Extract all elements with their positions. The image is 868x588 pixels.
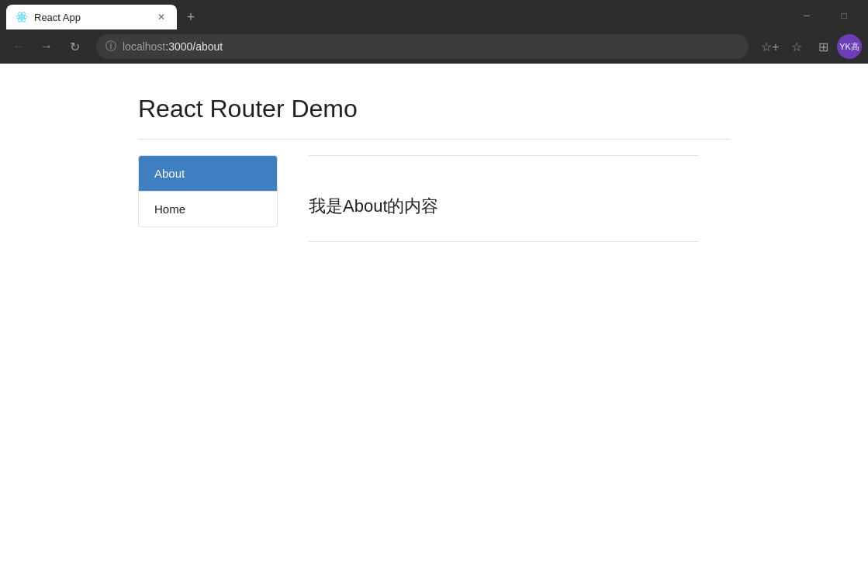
nav-item-about[interactable]: About [139, 156, 277, 192]
reload-button[interactable]: ↻ [62, 34, 87, 59]
url-protocol: localhost [123, 40, 165, 53]
reload-icon: ↻ [70, 40, 80, 54]
page-body: About Home 我是About的内容 [138, 155, 730, 242]
window-controls: ─ □ [789, 5, 862, 26]
page-content: React Router Demo About Home 我是About的内容 [0, 64, 868, 588]
tab-close-button[interactable]: ✕ [155, 11, 168, 23]
nav-item-about-label: About [154, 167, 185, 180]
add-favorite-icon: ☆+ [761, 40, 779, 54]
forward-icon: → [40, 40, 53, 54]
collections-button[interactable]: ⊞ [811, 34, 835, 59]
tab-bar: React App ✕ + ─ □ [0, 0, 868, 29]
profile-button[interactable]: YK高 [837, 34, 862, 59]
forward-button[interactable]: → [34, 34, 59, 59]
toolbar-actions: ☆+ ☆ ⊞ YK高 [758, 34, 862, 59]
page-title: React Router Demo [138, 95, 730, 123]
url-display: localhost:3000/about [123, 40, 739, 53]
info-icon[interactable]: ⓘ [105, 40, 116, 54]
tab-favicon [16, 11, 28, 23]
browser-window: React App ✕ + ─ □ ← → ↻ ⓘ localhost:3000… [0, 0, 868, 588]
maximize-button[interactable]: □ [826, 5, 862, 26]
content-text: 我是About的内容 [309, 171, 699, 241]
new-tab-button[interactable]: + [180, 6, 202, 28]
minimize-button[interactable]: ─ [789, 5, 825, 26]
content-bottom-divider [309, 241, 699, 242]
tab-title-label: React App [34, 12, 149, 23]
back-icon: ← [12, 40, 25, 54]
browser-toolbar: ← → ↻ ⓘ localhost:3000/about ☆+ ☆ ⊞ Y [0, 29, 868, 64]
active-tab[interactable]: React App ✕ [6, 5, 177, 29]
favorite-icon: ☆ [791, 40, 802, 54]
nav-item-home-label: Home [154, 202, 185, 216]
nav-sidebar: About Home [138, 155, 278, 227]
page-top-divider [138, 139, 730, 140]
page-inner: React Router Demo About Home 我是About的内容 [0, 64, 868, 273]
favorite-button[interactable]: ☆ [784, 34, 809, 59]
content-area: 我是About的内容 [278, 155, 730, 242]
add-favorite-button[interactable]: ☆+ [758, 34, 783, 59]
nav-item-home[interactable]: Home [139, 192, 277, 227]
collections-icon: ⊞ [818, 40, 828, 54]
svg-point-0 [21, 16, 23, 19]
profile-label: YK高 [839, 41, 859, 53]
back-button[interactable]: ← [6, 34, 31, 59]
url-path: :3000/about [165, 40, 223, 53]
address-bar[interactable]: ⓘ localhost:3000/about [96, 34, 749, 59]
content-top-divider [309, 155, 699, 156]
